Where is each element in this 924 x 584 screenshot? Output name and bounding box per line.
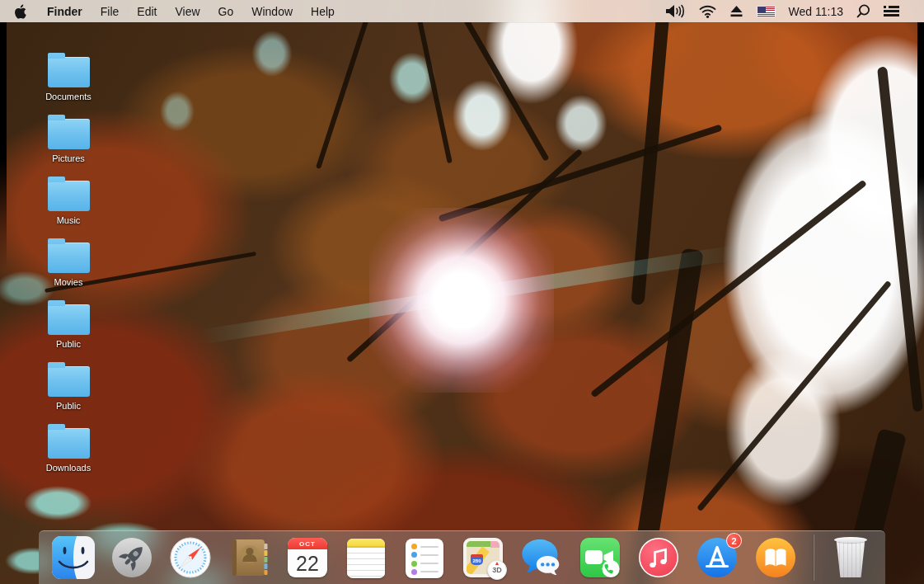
desktop-screen: Finder File Edit View Go Window Help Wed… <box>0 0 924 584</box>
volume-icon[interactable] <box>666 4 686 18</box>
reminders-icon <box>406 539 443 578</box>
folder-label: Documents <box>45 92 91 101</box>
dock-item-notes[interactable] <box>345 536 387 579</box>
dock-item-app-store[interactable]: 2 <box>696 536 739 579</box>
menu-bar-clock[interactable]: Wed 11:13 <box>789 5 843 18</box>
notes-icon <box>347 539 385 578</box>
folder-label: Movies <box>54 277 83 287</box>
app-store-badge: 2 <box>726 533 742 549</box>
desktop-folder-public[interactable]: Public <box>36 294 101 356</box>
wifi-icon[interactable] <box>699 5 716 18</box>
menu-bar-status: Wed 11:13 <box>666 0 924 22</box>
maps-pink-block <box>490 541 500 548</box>
dock-item-reminders[interactable] <box>403 536 446 579</box>
menu-view[interactable]: View <box>166 0 209 22</box>
flag-canton <box>757 7 766 12</box>
menu-finder[interactable]: Finder <box>38 0 91 22</box>
folder-icon <box>48 57 90 87</box>
desktop-folder-downloads[interactable]: Downloads <box>36 418 101 480</box>
reminder-dot-purple <box>411 569 417 575</box>
notes-lines <box>347 548 385 577</box>
nc-row <box>884 14 899 16</box>
menu-edit[interactable]: Edit <box>128 0 166 22</box>
menu-bar-left: Finder File Edit View Go Window Help <box>0 0 344 22</box>
desktop-icons-column: Documents Pictures Music Movies Public P… <box>36 47 101 480</box>
contacts-book-icon <box>227 536 270 579</box>
spotlight-search-icon[interactable] <box>856 4 870 18</box>
dock: OCT 22 280 <box>39 530 885 584</box>
launchpad-rocket-icon <box>110 536 153 579</box>
reminder-dot-blue <box>411 552 417 558</box>
notes-yellow-strip <box>347 539 385 548</box>
maps-3d-button: 3D <box>487 560 507 580</box>
apple-logo-icon <box>14 4 26 19</box>
nc-bar <box>884 14 899 16</box>
desktop-folder-music[interactable]: Music <box>36 171 101 233</box>
folder-label: Public <box>56 339 81 349</box>
dock-item-messages[interactable] <box>520 536 563 579</box>
branch <box>877 67 923 412</box>
safari-compass-icon <box>169 536 212 579</box>
facetime-camera-glyph <box>580 538 620 577</box>
dock-item-contacts[interactable] <box>227 536 270 579</box>
folder-icon <box>48 428 90 459</box>
folder-label: Music <box>57 215 81 225</box>
menu-help[interactable]: Help <box>302 0 344 22</box>
finder-icon <box>52 536 95 579</box>
maps-green-strip <box>467 541 491 547</box>
folder-icon <box>48 119 90 149</box>
apple-menu[interactable] <box>0 0 38 22</box>
ibooks-icon <box>754 536 797 579</box>
folder-icon <box>48 243 90 273</box>
dock-item-launchpad[interactable] <box>110 536 153 579</box>
maps-interstate-shield: 280 <box>471 554 483 565</box>
trash-icon <box>833 537 868 578</box>
reminder-dot-green <box>411 561 417 567</box>
menu-window[interactable]: Window <box>242 0 302 22</box>
nc-row <box>884 10 899 12</box>
dock-item-calendar[interactable]: OCT 22 <box>286 536 329 579</box>
desktop-folder-documents[interactable]: Documents <box>36 47 101 109</box>
facetime-icon <box>580 538 620 577</box>
dock-item-safari[interactable] <box>169 536 212 579</box>
sun-glow <box>369 208 554 393</box>
desktop-folder-pictures[interactable]: Pictures <box>36 109 101 171</box>
dock-item-maps[interactable]: 280 3D <box>462 536 504 579</box>
menu-go[interactable]: Go <box>209 0 243 22</box>
dock-item-ibooks[interactable] <box>754 536 797 579</box>
photo-edge-right <box>917 22 924 303</box>
folder-label: Downloads <box>46 463 91 473</box>
calendar-day: 22 <box>288 549 327 577</box>
nc-dot <box>884 6 886 8</box>
folder-label: Pictures <box>52 153 85 163</box>
notification-center-icon[interactable] <box>884 6 899 16</box>
input-source-us-flag-icon[interactable] <box>757 6 776 17</box>
dock-item-trash[interactable] <box>829 536 872 579</box>
folder-icon <box>48 366 90 397</box>
calendar-icon: OCT 22 <box>288 538 327 577</box>
menu-bar: Finder File Edit View Go Window Help Wed… <box>0 0 924 22</box>
eject-icon[interactable] <box>729 5 743 17</box>
desktop-folder-movies[interactable]: Movies <box>36 233 101 294</box>
menu-file[interactable]: File <box>91 0 129 22</box>
branch <box>445 0 549 162</box>
trash-rim <box>834 537 867 543</box>
nc-row <box>884 6 899 8</box>
desktop-folder-public-2[interactable]: Public <box>36 356 101 418</box>
folder-label: Public <box>56 401 81 411</box>
trash-mesh <box>835 539 866 577</box>
wallpaper-autumn-trees <box>0 0 924 584</box>
branch <box>316 0 382 169</box>
maps-icon: 280 3D <box>463 538 503 577</box>
branch <box>410 0 453 163</box>
dock-item-facetime[interactable] <box>579 536 621 579</box>
nc-bar <box>884 10 899 12</box>
reminder-row <box>411 569 439 575</box>
reminder-line <box>420 563 439 564</box>
reminder-row <box>411 544 439 549</box>
dock-item-itunes[interactable] <box>637 536 680 579</box>
dock-separator <box>813 535 814 581</box>
reminder-row <box>411 552 439 558</box>
reminder-dot-orange <box>411 544 417 549</box>
dock-item-finder[interactable] <box>52 536 95 579</box>
